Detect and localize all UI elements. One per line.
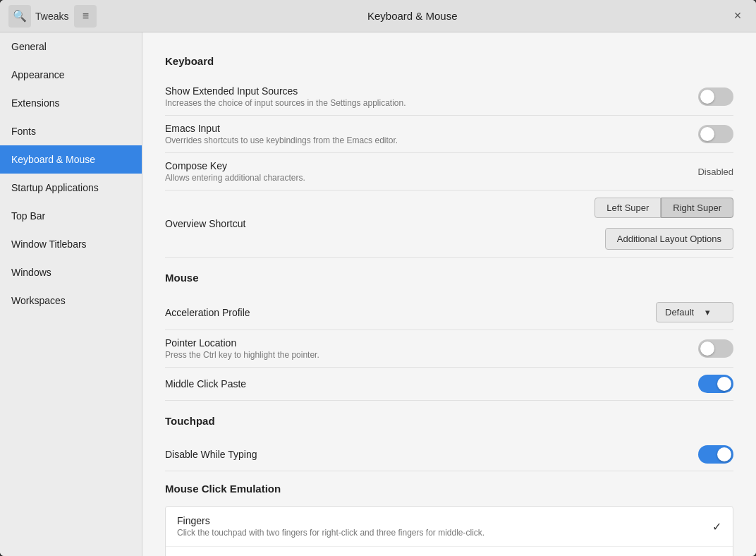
emulation-area[interactable]: Area Click the bottom right of the touch… (166, 547, 733, 556)
middle-click-row: Middle Click Paste (165, 368, 733, 401)
touchpad-section-title: Touchpad (165, 415, 733, 427)
show-extended-toggle[interactable] (698, 87, 733, 106)
show-extended-label: Show Extended Input Sources (165, 85, 406, 97)
body: General Appearance Extensions Fonts Keyb… (0, 32, 756, 556)
sidebar-item-extensions[interactable]: Extensions (0, 89, 142, 117)
disable-while-typing-row: Disable While Typing (165, 438, 733, 471)
acceleration-row: Acceleration Profile Default ▾ (165, 295, 733, 330)
sidebar-item-workspaces[interactable]: Workspaces (0, 286, 142, 315)
show-extended-label-group: Show Extended Input Sources Increases th… (165, 85, 406, 108)
emacs-input-label-group: Emacs Input Overrides shortcuts to use k… (165, 123, 398, 145)
disable-while-typing-toggle[interactable] (698, 445, 733, 464)
left-super-button[interactable]: Left Super (595, 198, 661, 218)
disable-while-typing-knob (717, 447, 731, 461)
emacs-input-row: Emacs Input Overrides shortcuts to use k… (165, 116, 733, 153)
close-icon: × (734, 8, 742, 23)
keyboard-section-title: Keyboard (165, 55, 733, 67)
show-extended-knob (700, 90, 714, 104)
sidebar-item-fonts[interactable]: Fonts (0, 117, 142, 145)
compose-key-row: Compose Key Allows entering additional c… (165, 153, 733, 191)
emacs-input-knob (700, 127, 714, 141)
compose-key-desc: Allows entering additional characters. (165, 173, 305, 183)
middle-click-knob (717, 377, 731, 391)
emacs-input-desc: Overrides shortcuts to use keybindings f… (165, 135, 398, 145)
pointer-location-toggle[interactable] (698, 339, 733, 358)
pointer-location-label-group: Pointer Location Press the Ctrl key to h… (165, 337, 319, 360)
disable-while-typing-label: Disable While Typing (165, 449, 257, 460)
sidebar-item-startup-applications[interactable]: Startup Applications (0, 174, 142, 202)
emulation-fingers-check: ✓ (712, 520, 721, 533)
additional-layout-button[interactable]: Additional Layout Options (605, 228, 733, 250)
main-content: Keyboard Show Extended Input Sources Inc… (142, 32, 756, 556)
emacs-input-label: Emacs Input (165, 123, 398, 134)
sidebar-item-window-titlebars[interactable]: Window Titlebars (0, 230, 142, 258)
acceleration-dropdown[interactable]: Default ▾ (656, 302, 733, 322)
emulation-fingers-label-group: Fingers Click the touchpad with two fing… (177, 515, 484, 538)
sidebar-item-windows[interactable]: Windows (0, 258, 142, 286)
middle-click-track[interactable] (698, 375, 733, 393)
pointer-location-track[interactable] (698, 339, 733, 358)
right-super-button[interactable]: Right Super (661, 198, 733, 218)
sidebar-item-appearance[interactable]: Appearance (0, 61, 142, 89)
app-window: 🔍 Tweaks ≡ Keyboard & Mouse × General Ap… (0, 0, 756, 556)
chevron-down-icon: ▾ (705, 307, 710, 318)
pointer-location-desc: Press the Ctrl key to highlight the poin… (165, 350, 319, 360)
emulation-fingers[interactable]: Fingers Click the touchpad with two fing… (166, 507, 733, 547)
mouse-section-title: Mouse (165, 272, 733, 284)
compose-key-value: Disabled (697, 167, 733, 177)
overview-shortcut-label: Overview Shortcut (165, 218, 245, 229)
close-button[interactable]: × (728, 6, 748, 26)
pointer-location-row: Pointer Location Press the Ctrl key to h… (165, 330, 733, 368)
acceleration-label: Acceleration Profile (165, 307, 250, 318)
compose-key-label-group: Compose Key Allows entering additional c… (165, 160, 305, 183)
pointer-location-label: Pointer Location (165, 337, 319, 349)
emulation-fingers-label: Fingers (177, 515, 484, 526)
compose-key-label: Compose Key (165, 160, 305, 171)
menu-icon: ≡ (83, 10, 89, 23)
sidebar: General Appearance Extensions Fonts Keyb… (0, 32, 142, 556)
sidebar-item-general[interactable]: General (0, 32, 142, 61)
search-icon: 🔍 (13, 9, 27, 23)
overview-shortcut-row: Overview Shortcut Left Super Right Super… (165, 191, 733, 258)
emulation-list: Fingers Click the touchpad with two fing… (165, 506, 733, 556)
show-extended-desc: Increases the choice of input sources in… (165, 98, 406, 108)
emacs-input-toggle[interactable] (698, 125, 733, 143)
emulation-fingers-desc: Click the touchpad with two fingers for … (177, 528, 484, 538)
search-button[interactable]: 🔍 (8, 5, 31, 28)
titlebar: 🔍 Tweaks ≡ Keyboard & Mouse × (0, 0, 756, 32)
overview-shortcut-btn-group: Left Super Right Super (595, 198, 733, 218)
mouse-click-emulation-title: Mouse Click Emulation (165, 483, 733, 495)
sidebar-item-keyboard-mouse[interactable]: Keyboard & Mouse (0, 145, 142, 174)
sidebar-item-top-bar[interactable]: Top Bar (0, 202, 142, 230)
pointer-location-knob (700, 342, 714, 356)
middle-click-toggle[interactable] (698, 375, 733, 393)
show-extended-row: Show Extended Input Sources Increases th… (165, 78, 733, 116)
app-name: Tweaks (35, 11, 68, 22)
middle-click-label: Middle Click Paste (165, 378, 246, 389)
disable-while-typing-track[interactable] (698, 445, 733, 464)
window-title: Keyboard & Mouse (97, 10, 728, 22)
emacs-input-track[interactable] (698, 125, 733, 143)
overview-shortcut-controls: Left Super Right Super Additional Layout… (595, 198, 733, 250)
acceleration-value: Default (665, 307, 694, 318)
show-extended-track[interactable] (698, 87, 733, 106)
menu-button[interactable]: ≡ (74, 5, 97, 28)
